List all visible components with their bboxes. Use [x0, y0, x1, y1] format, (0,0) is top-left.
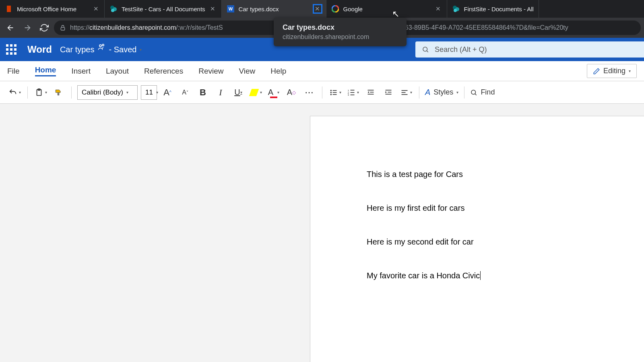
chevron-down-icon[interactable]: ▾ [140, 47, 142, 52]
paragraph[interactable]: Here is my second edit for car [367, 236, 615, 247]
find-label: Find [481, 88, 495, 97]
separator [322, 86, 322, 99]
separator [27, 86, 28, 99]
svg-point-9 [454, 9, 457, 12]
font-color-button[interactable]: A▾ [266, 85, 281, 100]
grow-font-button[interactable]: A^ [160, 85, 175, 100]
document-canvas[interactable]: This is a test page for Cars Here is my … [0, 104, 644, 362]
home-toolbar: ▾ ▾ Calibri (Body) ▾ 11 ▾ A^ A˅ B I U ▾ … [0, 81, 644, 104]
chevron-down-icon: ▾ [45, 90, 47, 95]
svg-rect-25 [350, 92, 354, 93]
chevron-down-icon: ▾ [19, 90, 21, 95]
decrease-indent-button[interactable] [363, 85, 378, 100]
separator [419, 86, 419, 99]
font-size-select[interactable]: 11 ▾ [141, 85, 157, 100]
tab-insert[interactable]: Insert [71, 67, 91, 76]
svg-rect-10 [61, 27, 64, 30]
svg-rect-34 [401, 90, 407, 91]
search-placeholder: Search (Alt + Q) [435, 45, 487, 54]
svg-rect-30 [368, 94, 374, 95]
numbering-button[interactable]: 123 ▾ [346, 85, 360, 100]
pen-icon [593, 68, 600, 75]
paste-button[interactable]: ▾ [33, 85, 48, 100]
find-button[interactable]: Find [470, 85, 495, 100]
paragraph[interactable]: This is a test page for Cars [367, 169, 615, 180]
search-icon [422, 46, 429, 53]
app-launcher-icon [6, 44, 17, 55]
svg-rect-36 [401, 94, 407, 95]
close-icon[interactable]: ✕ [209, 5, 217, 12]
search-box[interactable]: Search (Alt + Q) [415, 41, 644, 58]
undo-button[interactable]: ▾ [7, 85, 22, 100]
bold-button[interactable]: B [196, 85, 210, 100]
forward-button[interactable] [20, 21, 35, 35]
share-indicator-icon [97, 43, 105, 51]
browser-tab-google[interactable]: Google ✕ [326, 0, 447, 18]
highlight-button[interactable]: ▾ [249, 85, 263, 100]
tab-hover-tooltip: Car types.docx citizenbuilders.sharepoin… [274, 18, 407, 46]
tab-title: Car types.docx [239, 6, 310, 12]
paragraph[interactable]: Here is my first edit for cars [367, 202, 615, 214]
separator [71, 86, 72, 99]
increase-indent-button[interactable] [381, 85, 396, 100]
clear-formatting-button[interactable]: A◇ [284, 85, 299, 100]
word-icon: W [227, 5, 235, 13]
document-page[interactable]: This is a test page for Cars Here is my … [310, 116, 644, 362]
svg-point-18 [330, 92, 331, 93]
lock-icon [60, 25, 66, 31]
browser-tab-testsite[interactable]: TestSite - Cars - All Documents ✕ [105, 0, 222, 18]
app-launcher-button[interactable] [3, 41, 19, 58]
tab-help[interactable]: Help [270, 67, 286, 76]
tab-review[interactable]: Review [198, 67, 223, 76]
align-button[interactable]: ▾ [399, 85, 413, 100]
tab-view[interactable]: View [239, 67, 255, 76]
svg-point-11 [99, 45, 101, 47]
editing-label: Editing [603, 67, 625, 75]
font-name-select[interactable]: Calibri (Body) ▾ [77, 85, 138, 100]
font-color-icon [270, 97, 277, 98]
bullets-button[interactable]: ▾ [328, 85, 343, 100]
shrink-font-button[interactable]: A˅ [178, 85, 192, 100]
browser-tab-strip: Microsoft Office Home ✕ TestSite - Cars … [0, 0, 644, 18]
tab-title: FirstSite - Documents - All [464, 6, 534, 12]
tab-layout[interactable]: Layout [106, 67, 129, 76]
chevron-down-icon: ▾ [456, 90, 458, 95]
chevron-down-icon: ▾ [629, 69, 631, 73]
close-icon[interactable]: ✕ [435, 5, 442, 12]
back-button[interactable] [3, 21, 18, 35]
svg-rect-35 [401, 92, 405, 93]
italic-button[interactable]: I [213, 85, 228, 100]
tab-title: Google [343, 6, 431, 12]
font-size-value: 11 [145, 88, 153, 97]
svg-rect-32 [388, 92, 391, 93]
browser-tab-cartypes[interactable]: W Car types.docx ✕ [222, 0, 326, 18]
reload-button[interactable] [37, 21, 52, 35]
paragraph[interactable]: My favorite car is a Honda Civic [367, 270, 615, 281]
browser-tab-office[interactable]: Microsoft Office Home ✕ [0, 0, 105, 18]
tab-file[interactable]: File [7, 67, 20, 76]
svg-rect-17 [332, 90, 336, 91]
tab-references[interactable]: References [144, 67, 183, 76]
font-name-value: Calibri (Body) [82, 88, 123, 97]
office-icon [5, 5, 13, 13]
document-title-group[interactable]: Car types - Saved ▾ [60, 45, 142, 54]
close-icon[interactable]: ✕ [314, 5, 321, 12]
chevron-down-icon: ▾ [339, 90, 341, 95]
more-font-button[interactable]: ⋯ [302, 85, 316, 100]
close-icon[interactable]: ✕ [92, 5, 99, 12]
highlight-icon [249, 89, 259, 96]
format-painter-button[interactable] [51, 85, 66, 100]
editing-mode-button[interactable]: Editing ▾ [587, 64, 637, 78]
svg-point-20 [330, 94, 331, 95]
svg-rect-0 [7, 6, 11, 12]
browser-tab-firstsite[interactable]: FirstSite - Documents - All [447, 0, 539, 18]
saved-status: - Saved [109, 45, 136, 54]
document-name: Car types [60, 45, 95, 54]
underline-button[interactable]: U ▾ [231, 85, 246, 100]
styles-button[interactable]: A Styles ▾ [425, 85, 458, 100]
svg-rect-33 [386, 94, 392, 95]
styles-label: Styles [433, 88, 453, 97]
tab-home[interactable]: Home [35, 66, 56, 76]
sharepoint-icon [452, 5, 460, 13]
ribbon-tab-strip: File Home Insert Layout References Revie… [0, 61, 644, 81]
